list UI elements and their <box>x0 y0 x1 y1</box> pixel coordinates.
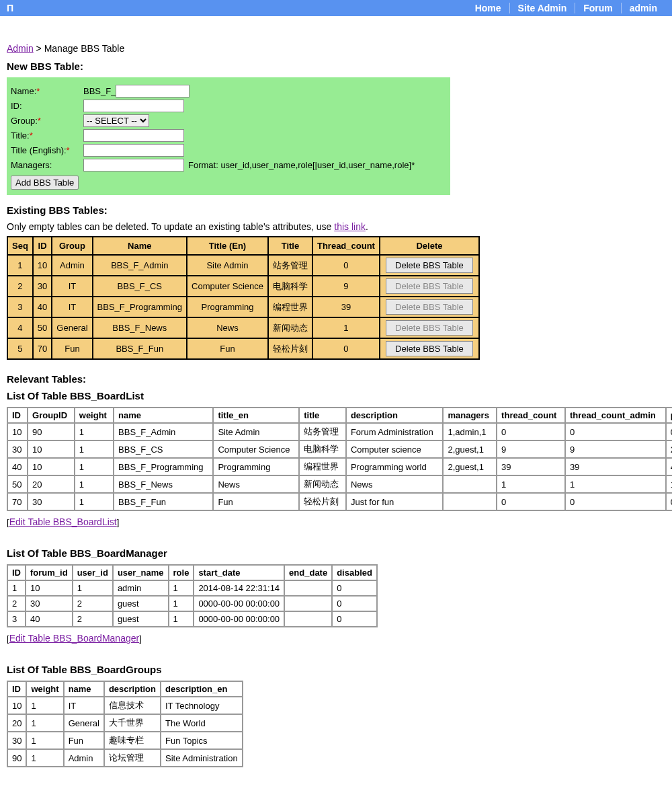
update-attributes-link[interactable]: this link <box>334 221 366 232</box>
cell: 10 <box>26 580 73 596</box>
cell: Programming world <box>346 458 444 475</box>
cell: 70 <box>7 493 28 510</box>
nav-home[interactable]: Home <box>467 3 509 13</box>
cell: 39 <box>312 297 380 317</box>
name-input[interactable] <box>116 85 190 98</box>
cell: 30 <box>26 596 73 611</box>
cell: 新闻动态 <box>299 475 346 493</box>
cell: 20 <box>28 475 75 493</box>
cell: 1 <box>26 732 63 749</box>
cell: Admin <box>64 749 104 767</box>
cell: 70 <box>33 338 52 359</box>
cell: BBS_F_Programming <box>93 297 187 317</box>
cell: 9 <box>565 440 666 458</box>
cell: General <box>52 317 92 338</box>
cell: 1,admin,1 <box>443 423 497 440</box>
col-header: disabled <box>332 565 377 580</box>
table-row: 30101BBS_F_CSComputer Science电脑科学Compute… <box>7 440 672 458</box>
col-header: user_name <box>113 565 169 580</box>
table-row: 201General大千世界The World <box>7 714 243 732</box>
boardgroups-table: IDweightnamedescriptiondescription_en 10… <box>7 681 243 767</box>
cell: Site Admin <box>213 423 299 440</box>
cell: 1 <box>497 475 565 493</box>
cell: 1 <box>75 475 114 493</box>
col-header: Delete <box>380 237 479 255</box>
edit-boardmanager-link[interactable]: Edit Table BBS_BoardManager <box>9 633 140 644</box>
cell: 编程世界 <box>299 458 346 475</box>
cell: 20 <box>7 714 26 732</box>
cell: 新闻动态 <box>268 317 312 338</box>
col-header: ID <box>7 565 26 580</box>
name-prefix: BBS_F_ <box>83 86 116 96</box>
table-row: 2302guest10000-00-00 00:00:000 <box>7 596 377 611</box>
boardlist-table: IDGroupIDweightnametitle_entitledescript… <box>7 407 672 511</box>
col-header: ID <box>33 237 52 255</box>
col-header: forum_id <box>26 565 73 580</box>
cell <box>284 580 332 596</box>
col-header: start_date <box>194 565 284 580</box>
cell: 0 <box>332 580 377 596</box>
delete-bbs-table-button[interactable]: Delete BBS Table <box>386 258 473 273</box>
topbar: Π HomeSite AdminForumadmin <box>0 0 672 16</box>
title-en-input[interactable] <box>83 144 184 157</box>
col-header: title <box>299 408 346 423</box>
add-bbs-table-button[interactable]: Add BBS Table <box>11 176 79 190</box>
id-input[interactable] <box>83 100 184 112</box>
col-header: role <box>169 565 194 580</box>
col-header: managers <box>443 408 497 423</box>
nav-site-admin[interactable]: Site Admin <box>509 3 575 13</box>
table-row: 340ITBBS_F_ProgrammingProgramming编程世界39D… <box>7 297 479 317</box>
col-header: Group <box>52 237 92 255</box>
table-row: 40101BBS_F_ProgrammingProgramming编程世界Pro… <box>7 458 672 475</box>
cell: 2 <box>7 276 33 297</box>
cell: 1 <box>75 440 114 458</box>
group-label: Group:* <box>11 116 83 126</box>
cell: 电脑科学 <box>268 276 312 297</box>
col-header: p <box>666 408 672 423</box>
cell: 40 <box>26 611 73 627</box>
cell: BBS_F_News <box>114 475 213 493</box>
cell: Delete BBS Table <box>380 338 479 359</box>
group-select[interactable]: -- SELECT -- <box>83 114 149 127</box>
table-row: 1101admin12014-08-14 22:31:140 <box>7 580 377 596</box>
cell: 站务管理 <box>268 255 312 276</box>
table-row: 570FunBBS_F_FunFun轻松片刻0Delete BBS Table <box>7 338 479 359</box>
nav-forum[interactable]: Forum <box>575 3 621 13</box>
cell: 轻松片刻 <box>268 338 312 359</box>
delete-bbs-table-button[interactable]: Delete BBS Table <box>386 341 473 356</box>
col-header: description <box>104 681 161 697</box>
managers-input[interactable] <box>83 159 184 171</box>
table-row: 901Admin论坛管理Site Administration <box>7 749 243 767</box>
cell: BBS_F_Admin <box>93 255 187 276</box>
edit-boardlist-link[interactable]: Edit Table BBS_BoardList <box>9 516 117 527</box>
cell: IT <box>64 697 104 714</box>
cell: IT Technology <box>161 697 243 714</box>
col-header: Thread_count <box>312 237 380 255</box>
nav-admin[interactable]: admin <box>621 3 665 13</box>
cell: 1 <box>26 714 63 732</box>
breadcrumb-admin-link[interactable]: Admin <box>7 43 34 54</box>
col-header: Title (En) <box>187 237 268 255</box>
cell: 2,guest,1 <box>443 440 497 458</box>
cell: 1 <box>7 255 33 276</box>
table-row: 50201BBS_F_NewsNews新闻动态News111 <box>7 475 672 493</box>
boardlist-title: List Of Table BBS_BoardList <box>7 390 665 401</box>
cell <box>443 475 497 493</box>
cell: IT <box>52 297 92 317</box>
cell: 2,guest,1 <box>443 458 497 475</box>
cell: 4 <box>666 458 672 475</box>
cell: 50 <box>33 317 52 338</box>
cell: 1 <box>26 697 63 714</box>
cell: 0 <box>332 611 377 627</box>
managers-hint: Format: user_id,user_name,role[|user_id,… <box>188 160 415 170</box>
cell: 10 <box>28 458 75 475</box>
cell: 10 <box>7 423 28 440</box>
cell: 40 <box>7 458 28 475</box>
cell: BBS_F_CS <box>114 440 213 458</box>
table-row: 450GeneralBBS_F_NewsNews新闻动态1Delete BBS … <box>7 317 479 338</box>
cell <box>443 493 497 510</box>
managers-label: Managers: <box>11 160 83 170</box>
cell: 2 <box>73 596 113 611</box>
title-input[interactable] <box>83 129 184 142</box>
col-header: description_en <box>161 681 243 697</box>
